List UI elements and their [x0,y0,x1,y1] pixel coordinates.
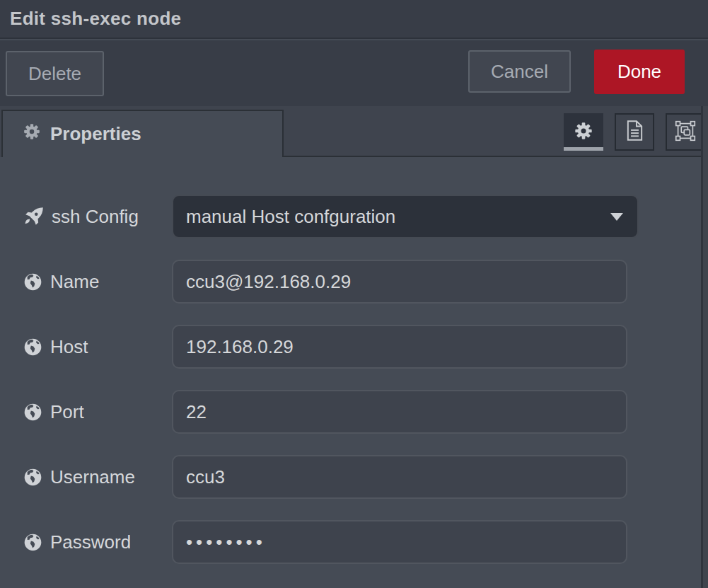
username-label-text: Username [50,466,135,488]
host-label: Host [23,325,88,369]
ssh-config-label-text: ssh Config [52,206,139,228]
ssh-config-selected-value: manual Host confguration [186,206,395,228]
done-button[interactable]: Done [594,50,685,94]
globe-icon [23,468,42,487]
properties-tab-button[interactable] [564,113,603,151]
username-input[interactable] [172,455,627,499]
edit-node-dialog: Edit ssh-exec node Delete Cancel Done [0,0,708,588]
appearance-icon [675,120,696,144]
form-row-username: Username [0,455,698,499]
port-input[interactable] [172,390,627,434]
document-icon [626,120,644,144]
globe-icon [23,533,42,552]
gear-icon [574,121,593,144]
password-input[interactable] [172,520,627,564]
gear-icon [23,122,41,146]
host-input[interactable] [172,325,627,369]
form-row-name: Name [0,260,698,304]
cancel-button[interactable]: Cancel [468,50,571,93]
form-row-ssh-config: ssh Config manual Host confguration [0,195,698,238]
chevron-down-icon [610,213,623,221]
name-label: Name [23,260,99,304]
password-label-text: Password [50,531,131,553]
name-input[interactable] [172,260,627,304]
rocket-icon [23,207,44,227]
host-label-text: Host [50,336,88,358]
editor-tab-bar: Properties [0,106,708,157]
form-row-port: Port [0,390,698,434]
password-label: Password [23,520,131,564]
ssh-config-label: ssh Config [23,195,139,238]
tab-bar-divider [284,156,708,157]
form-row-password: Password [0,520,698,564]
username-label: Username [23,455,135,499]
active-tab-indicator [564,147,603,151]
form-row-host: Host [0,325,698,369]
globe-icon [23,403,42,422]
ssh-config-select[interactable]: manual Host confguration [172,195,639,238]
delete-button[interactable]: Delete [6,51,104,96]
port-label-text: Port [50,401,84,423]
description-tab-button[interactable] [615,113,654,151]
tab-properties-label: Properties [50,123,141,145]
scrollbar-track[interactable] [703,106,708,588]
tab-properties[interactable]: Properties [1,110,284,157]
dialog-header: Edit ssh-exec node [0,0,708,39]
dialog-button-bar: Delete Cancel Done [0,40,708,106]
appearance-tab-button[interactable] [666,113,705,151]
dialog-title: Edit ssh-exec node [10,8,181,30]
port-label: Port [23,390,84,434]
globe-icon [23,272,42,292]
name-label-text: Name [50,271,99,293]
globe-icon [23,338,42,357]
